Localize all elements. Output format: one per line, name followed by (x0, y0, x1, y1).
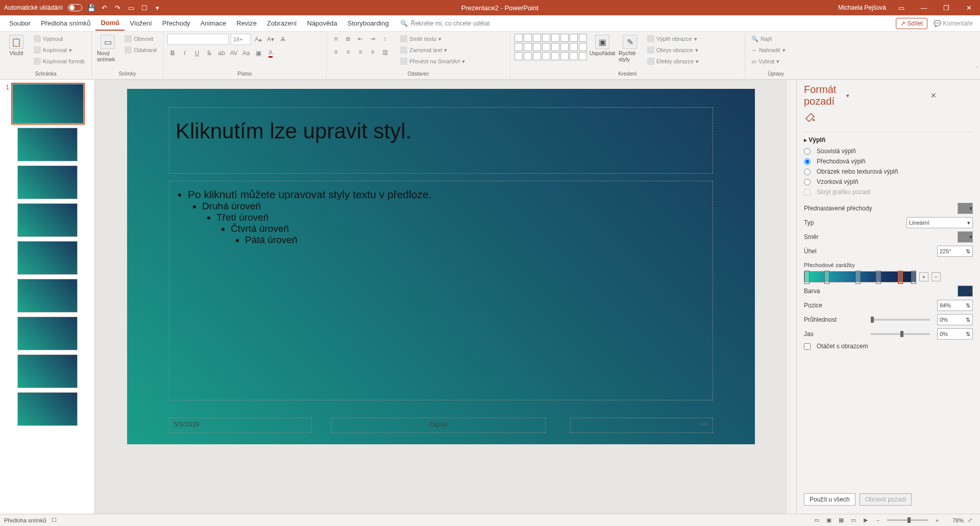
paste-button[interactable]: 📋 Vložit (4, 34, 29, 57)
zoom-slider[interactable] (887, 519, 928, 521)
numbering-icon[interactable]: ≣ (343, 34, 353, 44)
indent-icon[interactable]: ⇥ (368, 34, 378, 44)
align-left-icon[interactable]: ≡ (331, 47, 341, 57)
zoom-out-icon[interactable]: − (872, 516, 884, 525)
footer-placeholder[interactable]: Zápatí (331, 418, 546, 433)
body-placeholder[interactable]: Po kliknutí můžete upravovat styly textu… (169, 181, 713, 400)
spacing-button[interactable]: AV (229, 48, 239, 58)
layout-thumb-8[interactable] (17, 392, 78, 426)
sorter-view-icon[interactable]: ▦ (836, 516, 847, 525)
tab-revize[interactable]: Revize (231, 16, 262, 30)
redo-icon[interactable]: ↷ (114, 4, 122, 12)
remove-stop-icon[interactable]: − (932, 272, 941, 281)
layout-thumb-5[interactable] (17, 279, 78, 313)
tab-vlozeni[interactable]: Vložení (125, 16, 157, 30)
slideshow-icon[interactable]: ▭ (127, 4, 135, 12)
collapse-ribbon-icon[interactable]: ˆ (976, 66, 978, 72)
font-color-button[interactable]: A (265, 48, 276, 58)
preset-gradient-picker[interactable]: ▾ (958, 203, 973, 214)
picture-fill-radio[interactable] (804, 169, 811, 175)
date-placeholder[interactable]: 5/3/2019 (169, 418, 312, 433)
slidenum-placeholder[interactable]: ‹#› (570, 418, 713, 433)
quick-styles-button[interactable]: ✎ Rychlé styly (618, 34, 642, 63)
shrink-font-icon[interactable]: A▾ (265, 34, 276, 44)
clear-format-icon[interactable]: A̶ (278, 34, 288, 44)
layout-thumb-3[interactable] (17, 203, 78, 237)
save-icon[interactable]: 💾 (87, 4, 95, 12)
brightness-slider[interactable] (871, 333, 930, 335)
pane-menu-icon[interactable]: ▾ (846, 92, 889, 99)
tab-prechody[interactable]: Přechody (157, 16, 195, 30)
align-center-icon[interactable]: ≡ (343, 47, 353, 57)
shape-outline-button[interactable]: Obrys obrazce ▾ (645, 45, 701, 55)
shape-fill-button[interactable]: Výplň obrazce ▾ (645, 34, 701, 44)
qat-more-icon[interactable]: ▾ (154, 4, 162, 12)
add-stop-icon[interactable]: + (919, 272, 928, 281)
tab-soubor[interactable]: Soubor (4, 16, 36, 30)
copy-button[interactable]: Kopírovat ▾ (32, 45, 86, 55)
tab-animace[interactable]: Animace (195, 16, 232, 30)
text-direction-button[interactable]: Směr textu ▾ (398, 34, 467, 44)
cut-button[interactable]: Vyjmout (32, 34, 86, 44)
bullets-icon[interactable]: ≡ (331, 34, 341, 44)
maximize-icon[interactable]: ❐ (939, 4, 953, 12)
layout-thumb-7[interactable] (17, 354, 78, 388)
select-button[interactable]: ▭Vybrat ▾ (749, 56, 788, 66)
shadow-button[interactable]: ab (216, 48, 227, 58)
slideshow-view-icon[interactable]: ▶ (860, 516, 871, 525)
share-button[interactable]: ↗ Sdílet (896, 18, 927, 29)
solid-fill-radio[interactable] (804, 148, 811, 155)
zoom-value[interactable]: 78% (943, 517, 964, 523)
italic-button[interactable]: I (180, 48, 190, 58)
reset-background-button[interactable]: Obnovit pozadí (860, 493, 912, 506)
tab-napoveda[interactable]: Nápověda (302, 16, 342, 30)
tab-domu[interactable]: Domů (95, 16, 125, 31)
tell-me[interactable]: 🔍 Řekněte mi, co chcete udělat (400, 20, 490, 27)
canvas-scrollbar[interactable] (787, 80, 796, 514)
layout-thumb-2[interactable] (17, 165, 78, 199)
font-size-combo[interactable]: 18+ (231, 34, 251, 45)
fit-to-window-icon[interactable]: ⤢ (964, 516, 975, 525)
font-family-combo[interactable] (167, 34, 229, 45)
notes-button[interactable]: ▭ (811, 516, 822, 525)
case-button[interactable]: Aa (241, 48, 251, 58)
slide-master[interactable]: Kliknutím lze upravit styl. Po kliknutí … (127, 89, 755, 444)
zoom-in-icon[interactable]: + (932, 516, 943, 525)
user-name[interactable]: Michaela Pejšová (838, 4, 886, 11)
minimize-icon[interactable]: — (917, 4, 931, 12)
shapes-gallery[interactable] (514, 34, 587, 60)
delete-button[interactable]: Odstranit (122, 45, 159, 55)
tab-zobrazeni[interactable]: Zobrazení (262, 16, 302, 30)
linespace-icon[interactable]: ↕ (380, 34, 390, 44)
reading-view-icon[interactable]: ▭ (848, 516, 859, 525)
angle-input[interactable]: 225°⇅ (937, 246, 973, 257)
gradient-type-dropdown[interactable]: Lineární▾ (906, 217, 973, 228)
align-text-button[interactable]: Zarovnat text ▾ (398, 45, 467, 55)
strike-button[interactable]: S̶ (204, 48, 214, 58)
transparency-input[interactable]: 0%⇅ (937, 314, 973, 325)
stop-color-picker[interactable]: ▾ (958, 285, 973, 297)
underline-button[interactable]: U (192, 48, 202, 58)
accessibility-icon[interactable]: ☐ (52, 517, 57, 523)
autosave-toggle[interactable] (68, 4, 82, 11)
transparency-slider[interactable] (871, 319, 930, 321)
tab-predloha[interactable]: Předloha snímků (36, 16, 96, 30)
master-thumb[interactable] (12, 84, 84, 124)
align-right-icon[interactable]: ≡ (355, 47, 365, 57)
apply-all-button[interactable]: Použít u všech (804, 493, 855, 506)
brightness-input[interactable]: 0%⇅ (937, 328, 973, 340)
undo-icon[interactable]: ↶ (101, 4, 109, 12)
outdent-icon[interactable]: ⇤ (355, 34, 365, 44)
gradient-fill-radio[interactable] (804, 158, 811, 165)
justify-icon[interactable]: ≡ (368, 47, 378, 57)
layout-thumb-1[interactable] (17, 128, 78, 161)
tab-storyboarding[interactable]: Storyboarding (342, 16, 394, 30)
close-icon[interactable]: ✕ (962, 4, 976, 12)
title-placeholder[interactable]: Kliknutím lze upravit styl. (169, 107, 713, 174)
pane-close-icon[interactable]: ✕ (930, 91, 973, 100)
layout-thumb-4[interactable] (17, 241, 78, 275)
refresh-button[interactable]: Obnovit (122, 34, 159, 44)
rotate-with-shape-check[interactable] (804, 343, 811, 350)
arrange-button[interactable]: ▣ Uspořádat (590, 34, 615, 57)
highlight-button[interactable]: ▣ (253, 48, 263, 58)
